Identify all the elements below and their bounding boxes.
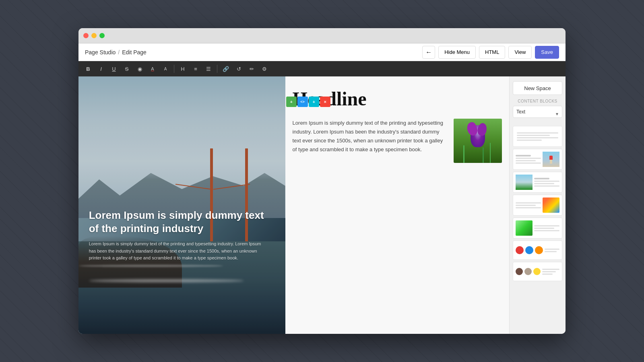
strikethrough-button[interactable]: S <box>121 63 132 74</box>
content-block[interactable]: Headline Lorem Ipsum is simply dummy tex… <box>285 80 509 171</box>
settings-button[interactable]: ⚙ <box>259 63 270 74</box>
thumb-text-6 <box>545 249 559 252</box>
thumb-line <box>542 274 553 275</box>
italic-button[interactable]: I <box>95 63 107 74</box>
thumb-line <box>516 160 536 161</box>
canvas-area: Lorem Ipsum is simply dummy text of the … <box>78 76 509 334</box>
content-blocks-label: CONTENT BLOCKS <box>513 99 562 103</box>
new-space-button[interactable]: New Space <box>513 81 562 95</box>
block-controls: + <> + × <box>286 97 330 107</box>
thumb-text-2 <box>516 155 541 164</box>
thumb-img-left-3 <box>516 175 559 190</box>
block-thumbnail-4[interactable] <box>513 195 562 216</box>
thumb-with-img-4 <box>516 197 559 213</box>
pen-button[interactable]: ✏ <box>246 63 257 74</box>
block-thumbnail-3[interactable] <box>513 172 562 193</box>
highlight-button[interactable]: ◉ <box>134 63 145 74</box>
thumb-line <box>517 132 558 134</box>
block-thumbnail-5[interactable] <box>513 218 562 239</box>
underline-button[interactable]: U <box>108 63 120 74</box>
canvas-right-panel[interactable]: + <> + × Headline Lorem Ipsum is simply … <box>285 76 509 334</box>
content-body-text[interactable]: Lorem Ipsum is simply dummy text of the … <box>293 119 448 154</box>
view-button[interactable]: View <box>508 46 532 59</box>
thumb-line <box>542 271 556 272</box>
thumb-lines-1 <box>517 132 558 141</box>
thumb-text-7 <box>542 269 559 275</box>
thumb-image-3 <box>516 175 533 190</box>
circle-brown <box>516 268 523 275</box>
circle-orange <box>535 246 543 254</box>
toolbar-divider-2 <box>217 65 217 73</box>
thumb-line <box>516 202 541 204</box>
hide-menu-button[interactable]: Hide Menu <box>438 46 476 59</box>
thumb-with-img-2 <box>516 152 559 167</box>
canvas-left-panel[interactable]: Lorem Ipsum is simply dummy text of the … <box>78 76 285 334</box>
thumb-img-left-5 <box>516 220 559 236</box>
minimize-button[interactable] <box>91 33 97 38</box>
thumb-image-5 <box>516 220 533 236</box>
add-block-button[interactable]: + <box>286 97 297 107</box>
circle-yellow <box>533 268 541 275</box>
thumb-line <box>534 228 554 229</box>
maximize-button[interactable] <box>99 33 105 38</box>
content-image <box>454 119 502 163</box>
close-button[interactable] <box>83 33 89 38</box>
block-thumbnail-1[interactable] <box>513 126 562 147</box>
header-actions: ← Hide Menu HTML View Save <box>422 46 559 59</box>
editor-container: Lorem Ipsum is simply dummy text of the … <box>78 76 566 334</box>
breadcrumb-app[interactable]: Page Studio <box>85 49 116 56</box>
hero-text-container[interactable]: Lorem Ipsum is simply dummy text of the … <box>89 209 265 262</box>
hero-body: Lorem Ipsum is simply dummy text of the … <box>89 241 265 262</box>
thumb-line <box>517 140 542 141</box>
content-type-select[interactable]: Text Image Video Gallery HTML <box>513 106 562 118</box>
code-block-button[interactable]: <> <box>297 97 308 107</box>
thumb-image-2 <box>543 152 559 167</box>
thumb-line <box>516 155 531 156</box>
app-header: Page Studio / Edit Page ← Hide Menu HTML… <box>78 43 566 61</box>
hero-image: Lorem Ipsum is simply dummy text of the … <box>78 76 285 334</box>
delete-block-button[interactable]: × <box>320 97 330 107</box>
block-thumbnail-6[interactable] <box>513 241 562 260</box>
thumb-image-4 <box>543 197 559 213</box>
circle-red <box>516 246 524 254</box>
thumb-line <box>516 205 536 206</box>
thumb-text-4 <box>516 202 541 208</box>
thumb-line <box>534 230 559 231</box>
toolbar-divider-1 <box>174 65 174 73</box>
html-button[interactable]: HTML <box>479 46 505 59</box>
formatting-toolbar: B I U S ◉ A A H ≡ ☰ 🔗 ↺ ✏ ⚙ <box>78 61 566 76</box>
thumb-line <box>517 137 558 138</box>
thumb-text-5 <box>534 225 559 231</box>
thumb-line <box>534 185 559 187</box>
title-bar <box>78 28 566 43</box>
thumb-line <box>545 249 559 250</box>
thumb-line <box>534 181 559 182</box>
thumb-line <box>534 183 554 184</box>
list-button[interactable]: ☰ <box>203 63 214 74</box>
bold-button[interactable]: B <box>83 63 94 74</box>
breadcrumb-current: Edit Page <box>122 49 147 56</box>
save-button[interactable]: Save <box>535 46 559 59</box>
app-window: Page Studio / Edit Page ← Hide Menu HTML… <box>78 28 566 334</box>
traffic-lights <box>83 33 105 38</box>
link-button[interactable]: 🔗 <box>220 63 231 74</box>
content-body-row: Lorem Ipsum is simply dummy text of the … <box>293 119 502 163</box>
thumb-line <box>545 251 557 252</box>
block-thumbnail-2[interactable] <box>513 149 562 170</box>
add-after-button[interactable]: + <box>309 97 319 107</box>
thumb-line <box>542 269 559 270</box>
font-size-button[interactable]: A <box>160 63 171 74</box>
circle-blue <box>525 246 533 254</box>
thumb-line <box>517 135 550 136</box>
breadcrumb: Page Studio / Edit Page <box>85 49 147 56</box>
thumb-text-3 <box>534 178 559 187</box>
font-color-button[interactable]: A <box>147 63 158 74</box>
heading-button[interactable]: H <box>177 63 188 74</box>
sidebar: New Space CONTENT BLOCKS Text Image Vide… <box>509 76 566 334</box>
back-button[interactable]: ← <box>422 46 435 59</box>
thumb-line <box>516 207 541 208</box>
align-button[interactable]: ≡ <box>190 63 201 74</box>
block-thumbnail-7[interactable] <box>513 262 562 281</box>
thumb-line <box>516 158 541 159</box>
undo-button[interactable]: ↺ <box>233 63 244 74</box>
